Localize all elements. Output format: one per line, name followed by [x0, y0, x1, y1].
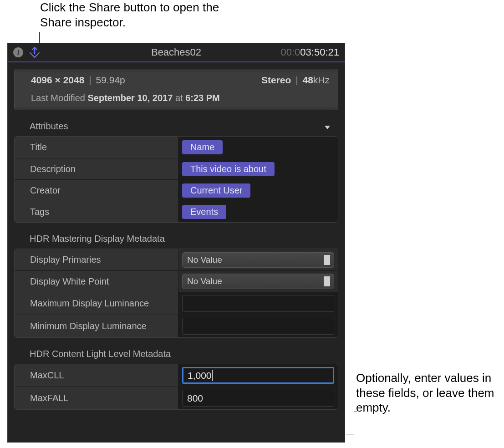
section-hdr-content-header: HDR Content Light Level Metadata: [14, 346, 338, 364]
section-hdr-mastering-title: HDR Mastering Display Metadata: [30, 234, 165, 244]
input-maxcll-value: 1,000: [188, 370, 212, 381]
value-tags[interactable]: Events: [178, 201, 338, 222]
summary-audio: Stereo | 48kHz: [261, 75, 330, 86]
share-inspector-panel: i Beaches02 00:003:50:21 4096 × 2048 | 5…: [7, 43, 345, 443]
summary-video: 4096 × 2048 | 59.94p: [31, 75, 125, 86]
timecode: 00:003:50:21: [281, 46, 339, 58]
modified-date: September 10, 2017: [88, 93, 173, 103]
token-creator[interactable]: Current User: [182, 183, 250, 198]
summary-modified: Last Modified September 10, 2017 at 6:23…: [31, 93, 330, 103]
timecode-dim: 00:0: [281, 46, 300, 58]
value-description[interactable]: This video is about: [178, 158, 338, 179]
label-maxfall: MaxFALL: [15, 387, 178, 409]
clip-summary: 4096 × 2048 | 59.94p Stereo | 48kHz Last…: [14, 69, 338, 110]
popup-display-primaries[interactable]: No Value: [182, 252, 334, 268]
token-title[interactable]: Name: [182, 140, 223, 154]
row-maxfall: MaxFALL: [15, 387, 338, 409]
value-title[interactable]: Name: [178, 137, 338, 158]
callout-bracket: [346, 389, 354, 434]
stepper-arrows-icon: [325, 276, 330, 286]
modified-label: Last Modified: [31, 93, 85, 103]
label-display-primaries: Display Primaries: [15, 249, 178, 270]
row-description: Description This video is about: [15, 158, 338, 179]
row-min-luminance: Minimum Display Luminance: [15, 315, 338, 337]
share-icon[interactable]: [29, 46, 41, 58]
label-display-white-point: Display White Point: [15, 271, 178, 292]
modified-at: at: [175, 93, 183, 103]
value-creator[interactable]: Current User: [178, 180, 338, 201]
row-title: Title Name: [15, 137, 338, 158]
label-title: Title: [15, 137, 178, 158]
info-icon[interactable]: i: [13, 47, 23, 57]
popup-display-white-point[interactable]: No Value: [182, 274, 334, 289]
row-display-primaries: Display Primaries No Value: [15, 249, 338, 270]
label-min-luminance: Minimum Display Luminance: [15, 315, 178, 337]
label-max-luminance: Maximum Display Luminance: [15, 292, 178, 315]
input-maxcll[interactable]: 1,000: [182, 367, 334, 384]
summary-framerate: 59.94p: [96, 75, 125, 85]
summary-audio-rate: 48: [302, 75, 313, 85]
text-caret: [212, 370, 213, 381]
section-hdr-content-title: HDR Content Light Level Metadata: [30, 349, 171, 359]
label-maxcll: MaxCLL: [15, 364, 178, 387]
popup-display-white-point-value: No Value: [187, 276, 222, 286]
input-max-luminance[interactable]: [182, 295, 334, 312]
summary-audio-unit: kHz: [313, 75, 330, 85]
section-hdr-mastering-header: HDR Mastering Display Metadata: [14, 231, 338, 249]
popup-display-primaries-value: No Value: [187, 255, 222, 265]
token-tags[interactable]: Events: [182, 205, 226, 219]
section-attributes-header[interactable]: Attributes: [14, 118, 338, 136]
summary-audio-channels: Stereo: [261, 75, 291, 85]
input-min-luminance[interactable]: [182, 318, 334, 335]
summary-resolution: 4096 × 2048: [31, 75, 84, 85]
callout-share: Click the Share button to open the Share…: [40, 0, 231, 30]
row-max-luminance: Maximum Display Luminance: [15, 292, 338, 315]
section-attributes-title: Attributes: [30, 121, 68, 132]
section-attributes: Attributes Title Name Description This v…: [14, 118, 338, 223]
token-description[interactable]: This video is about: [182, 162, 275, 176]
label-description: Description: [15, 158, 178, 179]
callout-fields: Optionally, enter values in these fields…: [356, 371, 502, 415]
inspector-header: i Beaches02 00:003:50:21: [8, 43, 345, 62]
row-tags: Tags Events: [15, 201, 338, 222]
section-hdr-mastering: HDR Mastering Display Metadata Display P…: [14, 231, 338, 338]
stepper-arrows-icon: [325, 255, 330, 265]
row-maxcll: MaxCLL 1,000: [15, 364, 338, 387]
input-maxfall[interactable]: [182, 390, 334, 407]
row-creator: Creator Current User: [15, 179, 338, 201]
label-creator: Creator: [15, 180, 178, 201]
timecode-bright: 03:50:21: [300, 46, 339, 58]
row-display-white-point: Display White Point No Value: [15, 270, 338, 292]
section-hdr-content: HDR Content Light Level Metadata MaxCLL …: [14, 346, 338, 410]
chevron-down-icon: [325, 121, 330, 132]
modified-time: 6:23 PM: [185, 93, 220, 103]
label-tags: Tags: [15, 201, 178, 222]
